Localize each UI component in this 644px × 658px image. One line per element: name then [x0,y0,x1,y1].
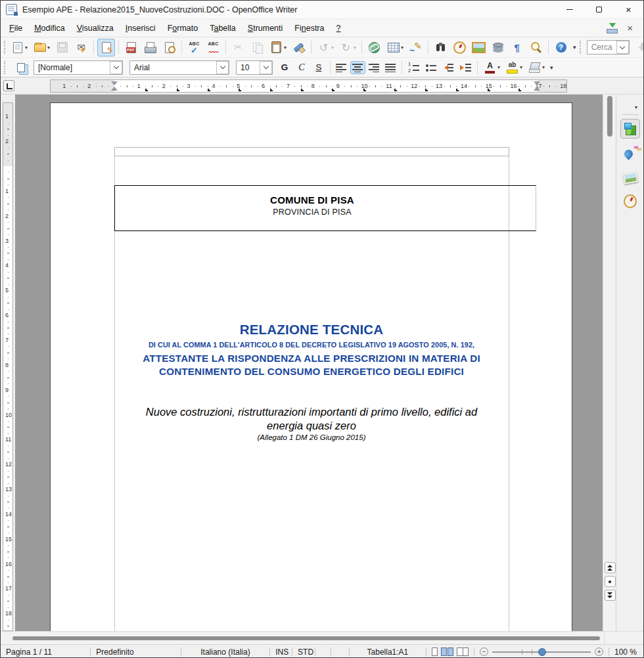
font-dropdown-button[interactable] [216,61,229,74]
font-color-button[interactable]: ▾ [481,58,502,76]
update-available-icon[interactable] [606,23,618,33]
horizontal-ruler[interactable]: 12123456789101112131415161718 [50,79,567,93]
formatting-marks-button[interactable] [508,39,526,56]
edit-file-button[interactable] [97,39,115,56]
navigator-button[interactable] [451,39,469,56]
numbered-list-button[interactable] [405,60,421,74]
email-button[interactable] [72,39,90,56]
table-dropdown-arrow[interactable]: ▾ [401,45,403,51]
previous-page-button[interactable] [605,562,616,573]
redo-dropdown-arrow[interactable]: ▾ [354,45,356,51]
hyperlink-button[interactable] [365,39,383,56]
sidebar-settings-button[interactable]: ▾ [622,97,638,109]
menu-strumenti[interactable]: Strumenti [242,21,289,35]
align-left-button[interactable] [334,61,349,74]
toolbar-grip[interactable] [4,61,9,74]
zoom-in-button[interactable]: + [595,647,603,656]
sidebar-tab-gallery[interactable] [620,167,640,187]
vertical-scrollbar[interactable] [603,95,616,631]
status-page-number[interactable]: Pagina 1 / 11 [1,645,90,658]
background-color-button[interactable]: ▾ [526,58,547,76]
vertical-scrollbar-thumb[interactable] [607,96,612,137]
maximize-button[interactable] [584,1,614,19]
status-empty-segment[interactable] [331,645,349,658]
auto-spellcheck-button[interactable] [204,39,222,56]
table-cell[interactable]: COMUNE DI PISA PROVINCIA DI PISA [115,186,509,217]
export-pdf-button[interactable] [122,39,140,56]
help-button[interactable] [552,39,570,56]
bold-button[interactable]: G [277,60,292,74]
toolbar-grip[interactable] [4,41,5,54]
toolbar-overflow-button[interactable]: ▾ [550,64,553,71]
increase-indent-button[interactable] [457,60,474,74]
highlighting-dropdown-arrow[interactable]: ▾ [520,64,522,70]
navigation-button[interactable] [605,576,616,587]
horizontal-scrollbar[interactable] [1,631,643,644]
align-center-button[interactable] [350,61,365,74]
font-size-dropdown-button[interactable] [260,61,272,74]
open-dropdown-arrow[interactable]: ▾ [47,45,50,51]
font-name-combobox[interactable]: Arial [129,60,229,75]
menu-modifica[interactable]: Modifica [28,21,71,35]
close-button[interactable]: × [614,1,643,19]
paragraph-style-combobox[interactable]: [Normale] [34,60,123,75]
decrease-indent-button[interactable] [440,60,456,74]
sidebar-tab-styles[interactable] [620,143,640,162]
find-toolbar-grip[interactable] [580,41,581,54]
menu-visualizza[interactable]: Visualizza [71,21,120,35]
page-preview-button[interactable] [160,39,178,56]
menu-inserisci[interactable]: Inserisci [120,21,162,35]
search-combobox[interactable]: Cerca [587,40,630,55]
toolbar-overflow-button[interactable]: ▾ [573,44,576,51]
gallery-button[interactable] [470,39,488,56]
menu-formato[interactable]: Formato [162,21,204,35]
status-insert-mode[interactable]: INS [270,645,292,658]
zoom-button[interactable] [527,39,545,56]
highlighting-button[interactable]: ▾ [503,58,524,76]
new-button[interactable]: ▾ [9,39,30,56]
paste-dropdown-arrow[interactable]: ▾ [284,45,287,51]
zoom-out-button[interactable]: − [480,647,488,656]
undo-dropdown-arrow[interactable]: ▾ [331,45,334,51]
print-button[interactable] [141,39,159,56]
single-page-view-button[interactable] [432,647,438,656]
styles-window-button[interactable] [12,58,30,76]
font-size-combobox[interactable]: 10 [236,60,273,75]
zoom-slider-thumb[interactable] [538,648,546,656]
data-sources-button[interactable] [489,39,507,56]
spelling-button[interactable] [185,39,203,56]
next-page-button[interactable] [605,590,616,601]
sidebar-tab-properties[interactable] [620,119,640,139]
search-dropdown-button[interactable] [616,41,629,54]
header-frame[interactable] [114,147,509,156]
align-justify-button[interactable] [383,61,398,74]
status-language[interactable]: Italiano (Italia) [181,645,270,658]
menu-finestra[interactable]: Finestra [288,21,330,35]
new-dropdown-arrow[interactable]: ▾ [25,45,28,51]
zoom-slider[interactable] [492,651,591,653]
sidebar-tab-navigator[interactable] [620,191,640,211]
table-button[interactable]: ▾ [384,39,405,56]
underline-button[interactable]: S [311,60,327,74]
status-page-style[interactable]: Predefinito [91,645,180,658]
clone-formatting-button[interactable] [290,39,308,56]
menu-tabella[interactable]: Tabella [204,21,242,35]
document-workspace[interactable]: COMUNE DI PISA PROVINCIA DI PISA RELAZIO… [15,95,603,631]
minimize-button[interactable] [555,1,584,19]
style-dropdown-button[interactable] [110,61,122,74]
menu-file[interactable]: File [3,21,28,35]
comune-table[interactable]: COMUNE DI PISA PROVINCIA DI PISA [114,185,536,231]
status-selection-mode[interactable]: STD [292,645,315,658]
search-input[interactable]: Cerca [587,43,616,52]
menu-[interactable]: ? [330,21,346,35]
book-view-button[interactable] [457,647,469,656]
document-page[interactable]: COMUNE DI PISA PROVINCIA DI PISA RELAZIO… [50,102,572,631]
status-table-cell[interactable]: Tabella1:A1 [349,645,426,658]
background-color-dropdown-arrow[interactable]: ▾ [542,64,545,70]
draw-functions-button[interactable] [407,39,425,56]
status-empty-segment[interactable] [315,645,331,658]
font-color-dropdown-arrow[interactable]: ▾ [497,64,500,70]
align-right-button[interactable] [367,61,382,74]
tab-stop-selector[interactable] [3,80,14,91]
multi-page-view-button[interactable] [441,647,453,656]
